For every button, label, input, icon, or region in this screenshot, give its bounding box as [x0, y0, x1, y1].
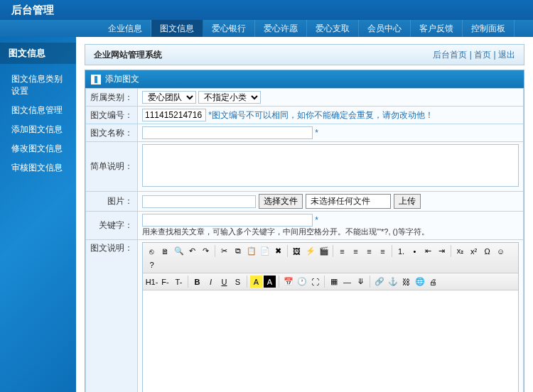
desc-label: 图文说明： — [86, 240, 138, 393]
nav-item-5[interactable]: 会员中心 — [359, 20, 411, 37]
nav-item-2[interactable]: 爱心银行 — [203, 20, 255, 37]
italic-icon[interactable]: I — [205, 276, 217, 288]
nav-item-6[interactable]: 客户反馈 — [411, 20, 463, 37]
nav-item-1[interactable]: 图文信息 — [151, 20, 203, 37]
cut-icon[interactable]: ✂ — [218, 245, 230, 257]
sidebar-item-4[interactable]: 审核图文信息 — [0, 158, 76, 178]
editor-toolbar-2: H1-F-T-BIUSAA📅🕐⛶▦—⤋🔗⚓⛓🌐🖨 — [143, 273, 518, 290]
sidebar-footer-link[interactable]: 访问官方网站 — [0, 387, 76, 392]
align-left-icon[interactable]: ≡ — [336, 245, 348, 257]
delete-icon[interactable]: ✖ — [272, 245, 284, 257]
table-icon[interactable]: ▦ — [328, 276, 340, 288]
anchor-icon[interactable]: ⚓ — [387, 276, 399, 288]
font-size-icon[interactable]: T- — [173, 276, 185, 288]
doc-icon — [91, 75, 101, 85]
header-link-1[interactable]: 首页 — [474, 50, 491, 60]
category-select[interactable]: 爱心团队 — [142, 91, 196, 104]
header-links: 后台首页 | 首页 | 退出 — [433, 49, 515, 61]
paste-text-icon[interactable]: 📄 — [259, 245, 271, 257]
subcategory-select[interactable]: 不指定小类 — [198, 91, 261, 104]
no-hint: *图文编号不可以相同，如你不能确定会重复，请勿改动他！ — [208, 110, 434, 120]
help-icon[interactable]: ? — [146, 258, 158, 271]
nav-item-7[interactable]: 控制面板 — [463, 20, 515, 37]
paste-icon[interactable]: 📋 — [245, 245, 257, 257]
unlink-icon[interactable]: ⛓ — [400, 276, 412, 288]
no-input[interactable] — [142, 109, 206, 121]
pic-label: 图片： — [86, 192, 138, 212]
keyword-label: 关键字： — [86, 212, 138, 240]
align-right-icon[interactable]: ≡ — [363, 245, 375, 257]
print-icon[interactable]: 🖨 — [427, 276, 439, 288]
underline-icon[interactable]: U — [218, 276, 230, 288]
editor-toolbar-1: ⎋🗎🔍↶↷✂⧉📋📄✖🖼⚡🎬≡≡≡≡1.•⇤⇥x₂x²Ω☺? — [143, 243, 518, 273]
list-ol-icon[interactable]: 1. — [395, 245, 407, 257]
sidebar-title: 图文信息 — [0, 43, 76, 64]
sidebar-item-3[interactable]: 修改图文信息 — [0, 139, 76, 158]
sep — [247, 276, 247, 288]
nav-item-4[interactable]: 爱心支取 — [307, 20, 359, 37]
insert-time-icon[interactable]: 🕐 — [296, 276, 308, 288]
sep — [279, 276, 279, 288]
bold-icon[interactable]: B — [191, 276, 203, 288]
insert-date-icon[interactable]: 📅 — [282, 276, 294, 288]
font-color-icon[interactable]: A — [264, 276, 276, 288]
sidebar-item-0[interactable]: 图文信息类别设置 — [0, 70, 76, 101]
fullscreen-icon[interactable]: ⛶ — [309, 276, 321, 288]
sep — [188, 276, 188, 288]
header-link-0[interactable]: 后台首页 — [433, 50, 467, 60]
page-break-icon[interactable]: ⤋ — [355, 276, 367, 288]
symbol-icon[interactable]: Ω — [481, 245, 493, 257]
upload-button[interactable]: 上传 — [394, 194, 421, 209]
hr-icon[interactable]: — — [341, 276, 353, 288]
no-label: 图文编号： — [86, 107, 138, 124]
flash-icon[interactable]: ⚡ — [304, 245, 316, 257]
image-icon[interactable]: 🖼 — [291, 245, 303, 257]
link-icon[interactable]: 🔗 — [373, 276, 385, 288]
media-icon[interactable]: 🎬 — [318, 245, 330, 257]
choose-file-button[interactable]: 选择文件 — [259, 194, 303, 209]
find-icon[interactable]: 🔍 — [173, 245, 185, 257]
editor-content[interactable] — [143, 290, 518, 392]
page-title: 企业网站管理系统 — [94, 49, 162, 61]
outdent-icon[interactable]: ⇤ — [422, 245, 434, 257]
emoji-icon[interactable]: ☺ — [495, 245, 507, 257]
name-star: * — [315, 128, 318, 138]
top-nav: 企业信息图文信息爱心银行爱心许愿爱心支取会员中心客户反馈控制面板 — [0, 20, 533, 37]
sidebar-item-2[interactable]: 添加图文信息 — [0, 120, 76, 139]
font-family-icon[interactable]: F- — [159, 276, 171, 288]
undo-icon[interactable]: ↶ — [186, 245, 198, 257]
header-link-2[interactable]: 退出 — [498, 50, 515, 60]
name-label: 图文名称： — [86, 124, 138, 142]
h-icon[interactable]: H1- — [146, 276, 158, 288]
pic-path-input[interactable] — [142, 195, 256, 208]
nav-item-3[interactable]: 爱心许愿 — [255, 20, 307, 37]
panel-title: 添加图文 — [85, 70, 524, 88]
align-center-icon[interactable]: ≡ — [350, 245, 362, 257]
brief-textarea[interactable] — [142, 144, 519, 187]
list-ul-icon[interactable]: • — [409, 245, 421, 257]
keyword-star: * — [315, 215, 318, 225]
page-icon[interactable]: 🗎 — [159, 245, 171, 257]
file-status-text: 未选择任何文件 — [306, 194, 391, 209]
category-label: 所属类别： — [86, 89, 138, 107]
sep — [392, 245, 392, 257]
sep — [287, 245, 288, 257]
brand-title: 后台管理 — [11, 4, 54, 17]
nav-item-0[interactable]: 企业信息 — [99, 20, 151, 37]
sep — [324, 276, 325, 288]
subscript-icon[interactable]: x₂ — [454, 245, 466, 257]
redo-icon[interactable]: ↷ — [200, 245, 212, 257]
panel-title-text: 添加图文 — [105, 73, 139, 85]
align-justify-icon[interactable]: ≡ — [377, 245, 389, 257]
keyword-input[interactable] — [142, 214, 313, 227]
sidebar-item-1[interactable]: 图文信息管理 — [0, 101, 76, 120]
strike-icon[interactable]: S — [232, 276, 244, 288]
indent-icon[interactable]: ⇥ — [436, 245, 448, 257]
sep — [370, 276, 370, 288]
highlight-icon[interactable]: A — [250, 276, 262, 288]
copy-icon[interactable]: ⧉ — [232, 245, 244, 257]
name-input[interactable] — [142, 126, 313, 139]
map-icon[interactable]: 🌐 — [414, 276, 426, 288]
src-icon[interactable]: ⎋ — [146, 245, 158, 257]
superscript-icon[interactable]: x² — [468, 245, 480, 257]
